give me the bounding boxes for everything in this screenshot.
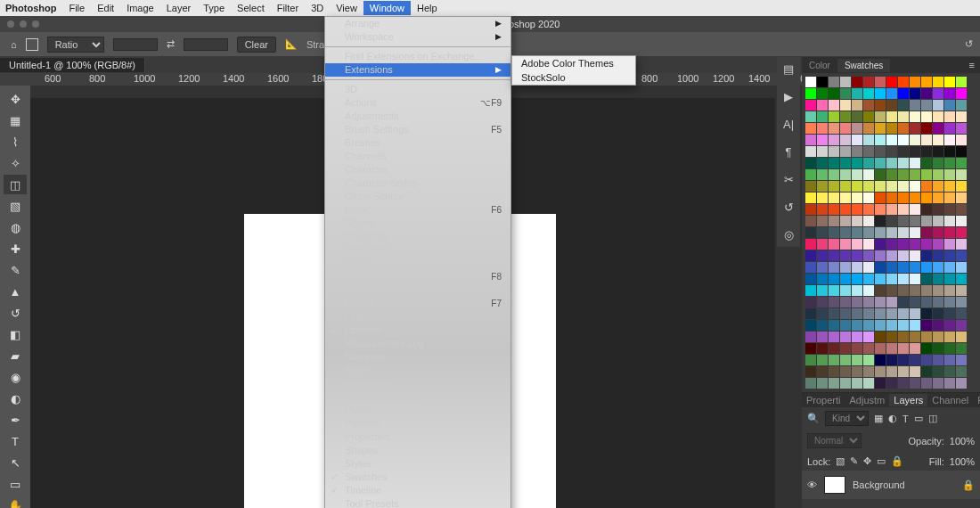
swatch[interactable] [863,135,874,145]
swatch[interactable] [910,366,920,377]
swatch[interactable] [921,332,932,342]
swatch[interactable] [898,378,909,389]
swatch[interactable] [805,77,816,87]
swatch[interactable] [875,135,886,145]
swatch[interactable] [829,355,839,365]
menu-layer[interactable]: Layer [167,3,192,13]
menu-item-arrange[interactable]: Arrange▶ [325,17,510,30]
swatch[interactable] [944,332,955,342]
swatch[interactable] [933,250,943,261]
swatch[interactable] [863,250,874,261]
swatch[interactable] [944,181,955,192]
blur-tool[interactable]: ◉ [4,367,27,387]
swatch[interactable] [840,88,851,99]
swatch[interactable] [863,262,874,273]
swatch[interactable] [910,355,920,365]
swatch[interactable] [817,274,828,284]
menu-item-find-extensions-on-exchange-[interactable]: Find Extensions on Exchange... [325,50,510,63]
swatch[interactable] [829,308,839,319]
swatch[interactable] [944,158,955,168]
swatch[interactable] [817,285,828,296]
heal-tool[interactable]: ✚ [4,239,27,258]
swatch[interactable] [886,297,897,307]
swatch[interactable] [863,297,874,307]
swatch[interactable] [898,320,909,331]
swatch[interactable] [898,262,909,273]
menu-item-histogram[interactable]: Histogram [325,243,510,257]
swatch[interactable] [829,77,839,87]
swatch[interactable] [817,135,828,145]
swatch[interactable] [829,123,839,134]
menu-window[interactable]: Window [363,1,411,15]
swatch[interactable] [875,181,886,192]
swatch[interactable] [817,227,828,238]
filter-shape-icon[interactable]: ▭ [914,413,923,424]
menu-image[interactable]: Image [127,3,154,13]
swatch[interactable] [863,216,874,226]
menu-item-3d[interactable]: 3D [325,83,510,96]
swatch[interactable] [840,250,851,261]
swatch[interactable] [944,77,955,87]
filter-pixel-icon[interactable]: ▦ [874,413,883,424]
swatch[interactable] [817,100,828,111]
swatch[interactable] [805,343,816,354]
swatch[interactable] [852,158,862,168]
menu-item-adjustments[interactable]: Adjustments [325,110,510,123]
swatch[interactable] [933,77,943,87]
swatch[interactable] [886,111,897,122]
lock-pos-icon[interactable]: ✥ [863,455,871,467]
swatch[interactable] [956,100,967,111]
swatch[interactable] [852,378,862,389]
swatch[interactable] [886,193,897,203]
swatch[interactable] [956,274,967,284]
history-brush-tool[interactable]: ↺ [4,303,27,323]
swatch[interactable] [829,227,839,238]
swatch[interactable] [852,123,862,134]
gradient-tool[interactable]: ▰ [4,346,27,365]
menu-item-patterns[interactable]: Patterns [325,417,510,430]
swatch[interactable] [956,366,967,377]
swatch[interactable] [817,239,828,250]
swatch[interactable] [886,285,897,296]
swatch[interactable] [886,146,897,157]
swatch[interactable] [863,285,874,296]
swatch[interactable] [898,250,909,261]
swatch[interactable] [875,297,886,307]
swatch[interactable] [829,343,839,354]
swatch[interactable] [898,216,909,226]
swatch[interactable] [875,158,886,168]
swatch[interactable] [921,111,932,122]
swatch[interactable] [875,227,886,238]
swatch[interactable] [898,111,909,122]
menu-edit[interactable]: Edit [97,3,114,13]
swatch[interactable] [805,111,816,122]
swatch[interactable] [886,320,897,331]
zoom-icon[interactable] [32,20,39,28]
swatch[interactable] [817,332,828,342]
swatch[interactable] [921,355,932,365]
opacity-value[interactable]: 100% [950,436,975,447]
swatch[interactable] [898,308,909,319]
swatch[interactable] [956,88,967,99]
swatch[interactable] [944,378,955,389]
swatch[interactable] [863,77,874,87]
swatch[interactable] [840,77,851,87]
swatch[interactable] [910,378,920,389]
eye-icon[interactable]: 👁 [807,479,817,490]
swatch[interactable] [921,135,932,145]
swatch[interactable] [956,297,967,307]
swatch[interactable] [910,158,920,168]
swatch[interactable] [805,308,816,319]
ratio-h-input[interactable] [184,38,228,51]
swatch[interactable] [898,297,909,307]
swatch[interactable] [956,378,967,389]
menu-view[interactable]: View [336,3,357,13]
filter-type-icon[interactable]: T [902,414,909,424]
swatch[interactable] [898,274,909,284]
menu-type[interactable]: Type [203,3,225,13]
actions-panel-icon[interactable]: ▶ [784,90,793,103]
swatch[interactable] [944,227,955,238]
menu-item-workspace[interactable]: Workspace▶ [325,30,510,44]
swatch[interactable] [840,297,851,307]
swatch[interactable] [933,88,943,99]
